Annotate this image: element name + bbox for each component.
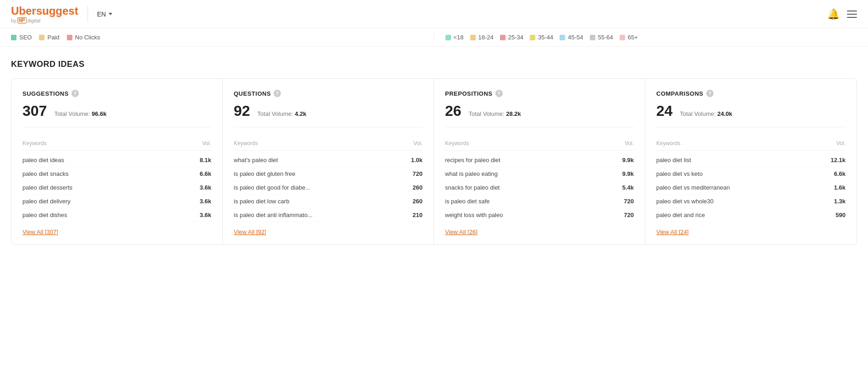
kw-vol: 8.1k <box>200 157 211 163</box>
col-stats: 92 Total Volume: 4.2k <box>234 103 423 127</box>
legend-label: 65+ <box>628 34 638 41</box>
info-icon[interactable]: ? <box>71 90 79 97</box>
col-header: COMPARISONS ? <box>656 90 846 97</box>
legend-label: <18 <box>454 34 464 41</box>
kw-col-keywords-label: Keywords <box>234 140 258 147</box>
view-all-link[interactable]: View All [307] <box>22 229 58 235</box>
language-selector[interactable]: EN <box>97 11 112 18</box>
legend-label: 18-24 <box>478 34 494 41</box>
kw-col-keywords-label: Keywords <box>656 140 681 147</box>
kw-vol: 12.1k <box>830 157 846 163</box>
view-all-link[interactable]: View All [92] <box>234 229 266 235</box>
kw-row: paleo diet desserts 3.6k <box>22 181 211 195</box>
kw-table-header: Keywords Vol. <box>22 138 211 151</box>
legend-left: SEO Paid No Clicks <box>11 34 434 41</box>
legend-item: No Clicks <box>67 34 100 41</box>
legend-dot <box>560 35 565 40</box>
language-label: EN <box>97 11 106 18</box>
kw-name: paleo diet vs mediterranean <box>656 184 730 191</box>
chevron-down-icon <box>109 13 112 15</box>
info-icon[interactable]: ? <box>274 90 281 97</box>
legend-label: 35-44 <box>538 34 553 41</box>
info-icon[interactable]: ? <box>706 90 714 97</box>
kw-row: is paleo diet safe 720 <box>445 195 634 208</box>
legend-dot <box>530 35 535 40</box>
kw-vol: 9.9k <box>622 170 634 177</box>
kw-col-keywords-label: Keywords <box>22 140 47 147</box>
view-all-link[interactable]: View All [24] <box>656 229 689 235</box>
kw-vol: 720 <box>624 212 634 218</box>
kw-table-header: Keywords Vol. <box>656 138 846 151</box>
legend-bar: SEO Paid No Clicks <18 18-24 25-34 35-44… <box>0 28 868 47</box>
column-suggestions: SUGGESTIONS ? 307 Total Volume: 96.6k Ke… <box>11 79 223 245</box>
menu-line <box>847 17 857 18</box>
kw-name: paleo diet list <box>656 157 691 163</box>
kw-name: is paleo diet safe <box>445 198 490 205</box>
legend-item: 25-34 <box>500 34 523 41</box>
kw-name: paleo diet vs whole30 <box>656 198 714 205</box>
kw-name: paleo diet delivery <box>22 198 71 205</box>
col-stats: 307 Total Volume: 96.6k <box>22 103 211 127</box>
view-all-link[interactable]: View All [26] <box>445 229 478 235</box>
kw-row: weight loss with paleo 720 <box>445 208 634 222</box>
kw-name: is paleo diet anti inflammato... <box>234 212 313 218</box>
col-title: QUESTIONS <box>234 90 271 97</box>
stat-count: 26 <box>445 103 461 120</box>
kw-row: is paleo diet anti inflammato... 210 <box>234 208 423 222</box>
kw-row: paleo diet delivery 3.6k <box>22 195 211 208</box>
section-title: KEYWORD IDEAS <box>11 60 857 69</box>
legend-dot <box>39 35 44 40</box>
kw-name: snacks for paleo diet <box>445 184 500 191</box>
col-header: SUGGESTIONS ? <box>22 90 211 97</box>
logo-text: Ubersuggest <box>11 5 78 17</box>
kw-vol: 260 <box>412 184 423 191</box>
kw-col-vol-label: Vol. <box>625 140 634 147</box>
legend-label: SEO <box>19 34 32 41</box>
col-header: QUESTIONS ? <box>234 90 423 97</box>
kw-name: paleo diet vs keto <box>656 170 703 177</box>
kw-table-header: Keywords Vol. <box>445 138 634 151</box>
legend-right: <18 18-24 25-34 35-44 45-54 55-64 65+ <box>434 34 857 41</box>
kw-row: paleo diet dishes 3.6k <box>22 208 211 222</box>
kw-row: snacks for paleo diet 5.4k <box>445 181 634 195</box>
col-title: COMPARISONS <box>656 90 703 97</box>
kw-row: paleo diet snacks 6.6k <box>22 167 211 181</box>
kw-row: paleo diet vs keto 6.6k <box>656 167 846 181</box>
hamburger-menu-icon[interactable] <box>847 11 857 18</box>
notification-bell-icon[interactable]: 🔔 <box>827 8 840 20</box>
kw-vol: 6.6k <box>834 170 846 177</box>
column-comparisons: COMPARISONS ? 24 Total Volume: 24.0k Key… <box>645 79 857 245</box>
kw-vol: 1.3k <box>834 198 846 205</box>
logo-byline: by NP digital <box>11 17 78 23</box>
kw-name: paleo diet snacks <box>22 170 68 177</box>
col-title: SUGGESTIONS <box>22 90 69 97</box>
legend-dot <box>620 35 625 40</box>
kw-row: recipes for paleo diet 9.9k <box>445 153 634 167</box>
kw-row: paleo diet vs whole30 1.3k <box>656 195 846 208</box>
legend-label: No Clicks <box>75 34 100 41</box>
column-prepositions: PREPOSITIONS ? 26 Total Volume: 28.2k Ke… <box>434 79 645 245</box>
kw-name: weight loss with paleo <box>445 212 503 218</box>
keyword-grid: SUGGESTIONS ? 307 Total Volume: 96.6k Ke… <box>11 78 857 245</box>
header-divider <box>88 6 88 22</box>
kw-vol: 1.0k <box>411 157 423 163</box>
stat-count: 307 <box>22 103 47 120</box>
legend-label: Paid <box>47 34 59 41</box>
col-stats: 24 Total Volume: 24.0k <box>656 103 846 127</box>
kw-table: Keywords Vol. what's paleo diet 1.0k is … <box>234 138 423 222</box>
legend-item: <18 <box>445 34 464 41</box>
menu-line <box>847 14 857 15</box>
np-label: NP <box>17 17 27 23</box>
kw-row: paleo diet list 12.1k <box>656 153 846 167</box>
kw-row: paleo diet vs mediterranean 1.6k <box>656 181 846 195</box>
by-label: by <box>11 18 16 23</box>
kw-col-vol-label: Vol. <box>202 140 211 147</box>
info-icon[interactable]: ? <box>495 90 503 97</box>
menu-line <box>847 11 857 11</box>
legend-item: 65+ <box>620 34 638 41</box>
legend-item: 45-54 <box>560 34 583 41</box>
main-content: KEYWORD IDEAS SUGGESTIONS ? 307 Total Vo… <box>0 47 868 258</box>
kw-vol: 3.6k <box>200 198 211 205</box>
kw-row: is paleo diet low carb 260 <box>234 195 423 208</box>
kw-vol: 3.6k <box>200 184 211 191</box>
